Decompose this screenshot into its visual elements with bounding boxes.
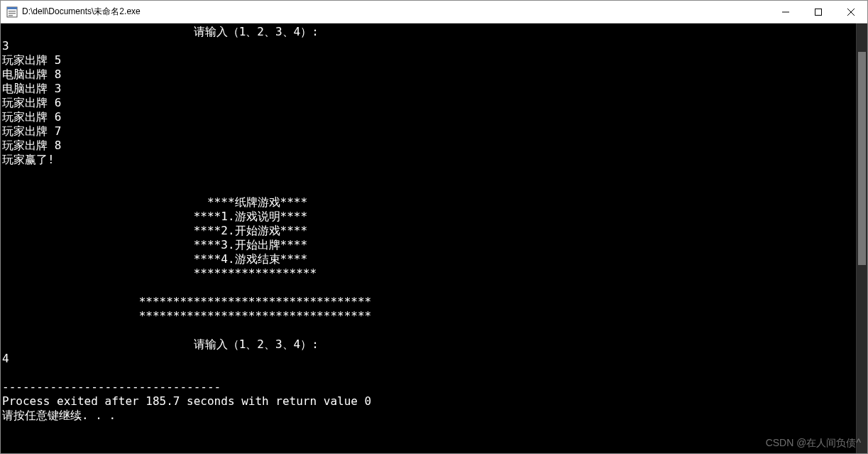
svg-rect-3	[9, 13, 16, 14]
indent	[2, 224, 194, 237]
console-area: 请输入（1、2、3、4）: 3 玩家出牌 5 电脑出牌 8 电脑出牌 3 玩家出…	[1, 23, 867, 453]
window-title: D:\dell\Documents\未命名2.exe	[22, 6, 141, 18]
indent	[2, 266, 194, 280]
stars: **********************************	[139, 309, 372, 323]
dashes-line: --------------------------------	[2, 380, 221, 394]
separator-line: **********************************	[2, 295, 371, 308]
minimize-button[interactable]	[769, 1, 802, 23]
menu-item: ****1.游戏说明****	[194, 210, 307, 223]
play-line: 玩家出牌 5	[2, 53, 61, 67]
titlebar: D:\dell\Documents\未命名2.exe	[1, 1, 867, 23]
scrollbar-thumb[interactable]	[858, 52, 866, 265]
svg-rect-4	[9, 15, 13, 16]
indent	[2, 309, 139, 323]
menu-line: ****1.游戏说明****	[2, 210, 307, 223]
play-line: 玩家出牌 7	[2, 124, 61, 138]
indent	[2, 252, 194, 266]
prompt-text: 请输入（1、2、3、4）:	[194, 337, 319, 351]
play-line: 玩家出牌 6	[2, 110, 61, 124]
prompt-text: 请输入（1、2、3、4）:	[194, 25, 319, 38]
exit-message: Process exited after 185.7 seconds with …	[2, 394, 371, 408]
stars: **********************************	[139, 295, 372, 308]
window-controls	[769, 1, 867, 23]
menu-item: ****4.游戏结束****	[194, 252, 307, 266]
indent	[2, 238, 194, 252]
indent	[2, 195, 207, 209]
result-line: 玩家赢了!	[2, 153, 55, 166]
prompt-line: 请输入（1、2、3、4）:	[2, 337, 319, 351]
indent	[2, 337, 194, 351]
indent	[2, 25, 194, 38]
indent	[2, 295, 139, 308]
menu-item: ****2.开始游戏****	[194, 224, 307, 237]
menu-sep: ******************	[194, 266, 317, 280]
menu-title: ****纸牌游戏****	[207, 195, 307, 209]
svg-rect-1	[7, 7, 17, 9]
maximize-button[interactable]	[802, 1, 835, 23]
prompt-line: 请输入（1、2、3、4）:	[2, 25, 319, 38]
app-icon	[6, 6, 18, 18]
titlebar-left: D:\dell\Documents\未命名2.exe	[1, 6, 141, 18]
menu-line: ****3.开始出牌****	[2, 238, 307, 252]
menu-line: ******************	[2, 266, 317, 280]
menu-line: ****4.游戏结束****	[2, 252, 307, 266]
close-button[interactable]	[835, 1, 867, 23]
play-line: 电脑出牌 8	[2, 67, 61, 81]
separator-line: **********************************	[2, 309, 371, 323]
svg-rect-2	[9, 11, 16, 12]
user-input: 4	[2, 352, 9, 365]
menu-line: ****纸牌游戏****	[2, 195, 307, 209]
scrollbar-track[interactable]	[856, 23, 867, 453]
svg-rect-6	[815, 9, 822, 15]
continue-message: 请按任意键继续. . .	[2, 409, 116, 422]
menu-line: ****2.开始游戏****	[2, 224, 307, 237]
play-line: 电脑出牌 3	[2, 82, 61, 95]
console-window: D:\dell\Documents\未命名2.exe 请输入（1、2、3、4）:…	[0, 0, 868, 454]
user-input: 3	[2, 39, 9, 53]
console-output[interactable]: 请输入（1、2、3、4）: 3 玩家出牌 5 电脑出牌 8 电脑出牌 3 玩家出…	[1, 23, 856, 453]
menu-item: ****3.开始出牌****	[194, 238, 307, 252]
indent	[2, 210, 194, 223]
play-line: 玩家出牌 8	[2, 139, 61, 152]
play-line: 玩家出牌 6	[2, 96, 61, 109]
